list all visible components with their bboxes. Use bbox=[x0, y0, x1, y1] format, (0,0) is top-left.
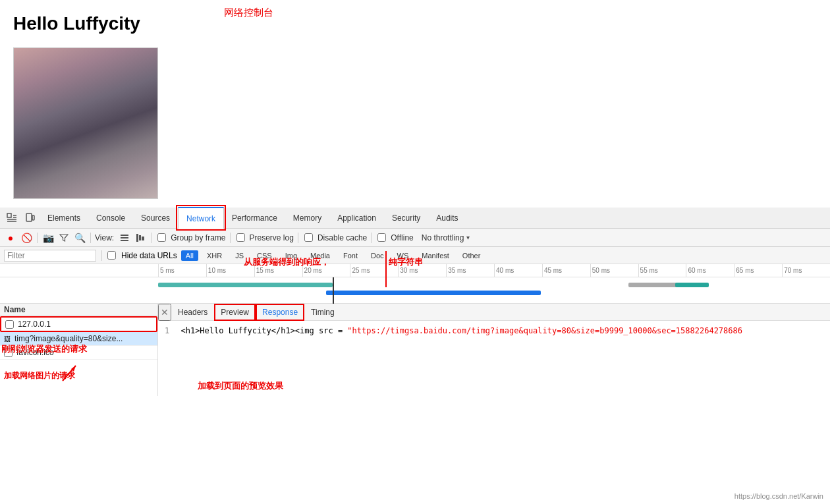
filter-sep bbox=[101, 250, 102, 261]
ruler-tick-20: 20 ms bbox=[302, 264, 350, 277]
devtools-tab-bar: Elements Console Sources Network Perform… bbox=[0, 208, 830, 229]
line-num-1: 1 bbox=[165, 326, 169, 335]
content-tab-headers[interactable]: Headers bbox=[171, 304, 214, 321]
devtools-filter-row: Hide data URLs All XHR JS CSS Img Media … bbox=[0, 247, 830, 264]
tab-application[interactable]: Application bbox=[329, 208, 384, 229]
filter-tag-js[interactable]: JS bbox=[231, 250, 248, 261]
throttling-arrow[interactable]: ▾ bbox=[466, 234, 470, 241]
tab-network[interactable]: Network bbox=[178, 207, 224, 229]
filter-tag-xhr[interactable]: XHR bbox=[202, 250, 227, 261]
content-panel: ✕ Headers Preview Response Timing 1 <h1>… bbox=[158, 304, 830, 396]
ruler-tick-35: 35 ms bbox=[446, 264, 494, 277]
ruler-tick-5: 5 ms bbox=[158, 264, 206, 277]
hide-data-urls-label: Hide data URLs bbox=[121, 251, 177, 260]
content-tab-timing[interactable]: Timing bbox=[304, 304, 341, 321]
hide-data-urls-checkbox[interactable] bbox=[107, 251, 116, 260]
filter-tag-img[interactable]: Img bbox=[281, 250, 302, 261]
camera-button[interactable]: 📷 bbox=[42, 231, 55, 244]
name-item-timg[interactable]: 🖼 timg?image&quality=80&size... bbox=[0, 332, 157, 346]
page-title: Hello Luffycity bbox=[13, 13, 810, 34]
ruler-tick-50: 50 ms bbox=[590, 264, 638, 277]
svg-rect-5 bbox=[26, 213, 32, 221]
bar-img bbox=[326, 291, 541, 295]
filter-tag-doc[interactable]: Doc bbox=[366, 250, 389, 261]
tab-audits[interactable]: Audits bbox=[428, 208, 466, 229]
page-image bbox=[13, 47, 158, 199]
tab-performance[interactable]: Performance bbox=[224, 208, 285, 229]
timeline-section: 从服务端得到的响应， 纯字符串 bbox=[0, 277, 830, 304]
content-tab-response[interactable]: Response bbox=[256, 304, 304, 321]
timeline-bars bbox=[158, 277, 830, 304]
item-127-checkbox[interactable] bbox=[5, 320, 14, 329]
svg-rect-8 bbox=[121, 237, 128, 238]
tab-sources[interactable]: Sources bbox=[133, 208, 178, 229]
filter-tag-ws[interactable]: WS bbox=[393, 250, 414, 261]
devtools-body: Name 127.0.0.1 🖼 timg?image&quality=80&s… bbox=[0, 304, 830, 396]
inspect-icon[interactable] bbox=[3, 209, 21, 227]
filter-tag-all[interactable]: All bbox=[181, 250, 198, 261]
view-waterfall-icon[interactable] bbox=[134, 231, 147, 244]
item-favicon-text: favicon.ico bbox=[16, 348, 153, 357]
filter-icon-btn[interactable] bbox=[57, 231, 70, 244]
tab-console[interactable]: Console bbox=[88, 208, 133, 229]
device-toolbar-icon[interactable] bbox=[21, 209, 40, 227]
ruler-tick-45: 45 ms bbox=[542, 264, 590, 277]
throttling-label: No throttling bbox=[422, 233, 464, 242]
ruler-tick-40: 40 ms bbox=[494, 264, 542, 277]
page-section: Hello Luffycity 网络控制台 bbox=[0, 0, 830, 208]
name-item-favicon[interactable]: favicon.ico bbox=[0, 346, 157, 360]
tab-memory[interactable]: Memory bbox=[285, 208, 329, 229]
search-button[interactable]: 🔍 bbox=[73, 231, 86, 244]
content-body: 1 <h1>Hello Luffycity</h1><img src = "ht… bbox=[158, 321, 830, 376]
clear-button[interactable]: 🚫 bbox=[20, 231, 33, 244]
offline-checkbox[interactable] bbox=[377, 233, 386, 242]
name-item-127[interactable]: 127.0.0.1 bbox=[0, 316, 157, 332]
svg-rect-0 bbox=[7, 213, 11, 217]
content-tabs: ✕ Headers Preview Response Timing bbox=[158, 304, 830, 321]
content-tab-preview[interactable]: Preview bbox=[214, 304, 256, 321]
filter-input[interactable] bbox=[4, 250, 96, 262]
preserve-log-label: Preserve log bbox=[250, 233, 294, 242]
ruler-tick-65: 65 ms bbox=[734, 264, 782, 277]
devtools-body-wrapper: 刚刚浏览器发送的请求 Name 127.0.0.1 🖼 timg?image&q… bbox=[0, 304, 830, 396]
bar-tick bbox=[675, 283, 709, 287]
filter-tag-manifest[interactable]: Manifest bbox=[417, 250, 454, 261]
record-button[interactable]: ● bbox=[4, 231, 17, 244]
content-close-btn[interactable]: ✕ bbox=[158, 304, 171, 321]
separator6 bbox=[371, 233, 372, 243]
item-127-text: 127.0.0.1 bbox=[18, 320, 152, 329]
annotation-network: 网络控制台 bbox=[224, 7, 273, 19]
annot-preview: 加载到页面的预览效果 bbox=[158, 376, 830, 396]
ruler-tick-60: 60 ms bbox=[686, 264, 734, 277]
disable-cache-label: Disable cache bbox=[318, 233, 367, 242]
timeline-vline bbox=[333, 277, 334, 304]
offline-label: Offline bbox=[391, 233, 413, 242]
view-label: View: bbox=[95, 233, 114, 242]
filter-tag-css[interactable]: CSS bbox=[252, 250, 277, 261]
svg-rect-6 bbox=[32, 215, 34, 220]
separator5 bbox=[298, 233, 298, 243]
filter-tag-font[interactable]: Font bbox=[339, 250, 362, 261]
tab-elements[interactable]: Elements bbox=[40, 208, 88, 229]
item-favicon-checkbox[interactable] bbox=[4, 349, 13, 357]
svg-rect-7 bbox=[121, 235, 128, 236]
name-panel-header: Name bbox=[0, 304, 157, 316]
devtools-controls: ● 🚫 📷 🔍 View: Group by frame Preserve lo… bbox=[0, 229, 830, 247]
separator bbox=[37, 233, 38, 243]
filter-tag-media[interactable]: Media bbox=[306, 250, 335, 261]
ruler-tick-10: 10 ms bbox=[206, 264, 254, 277]
view-list-icon[interactable] bbox=[118, 231, 131, 244]
group-by-frame-checkbox[interactable] bbox=[157, 233, 166, 242]
name-panel: Name 127.0.0.1 🖼 timg?image&quality=80&s… bbox=[0, 304, 158, 396]
preserve-log-checkbox[interactable] bbox=[236, 233, 245, 242]
timeline-bars-area bbox=[0, 277, 830, 304]
svg-rect-11 bbox=[139, 235, 141, 240]
timeline-ruler: 5 ms 10 ms 15 ms 20 ms 25 ms 30 ms 35 ms… bbox=[0, 264, 830, 277]
ruler-tick-15: 15 ms bbox=[254, 264, 302, 277]
item-timg-icon: 🖼 bbox=[4, 335, 11, 343]
disable-cache-checkbox[interactable] bbox=[304, 233, 313, 242]
tab-security[interactable]: Security bbox=[384, 208, 428, 229]
bar-127 bbox=[158, 283, 333, 287]
separator2 bbox=[90, 233, 91, 243]
filter-tag-other[interactable]: Other bbox=[458, 250, 485, 261]
